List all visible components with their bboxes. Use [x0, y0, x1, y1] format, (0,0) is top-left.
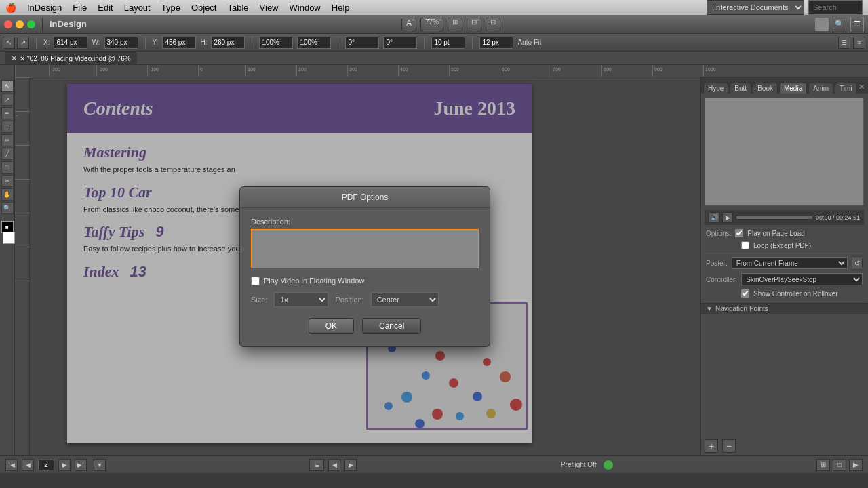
minimize-btn[interactable]: [16, 20, 24, 28]
pen-tool[interactable]: ✒: [1, 107, 14, 119]
add-nav-btn[interactable]: +: [705, 439, 718, 453]
pt2-input[interactable]: [479, 37, 513, 49]
position-select[interactable]: CenterTop LeftTop RightBottom LeftBottom…: [371, 292, 439, 307]
next-spread-btn[interactable]: ▶: [344, 459, 357, 471]
options-label: Options:: [706, 230, 731, 237]
h-input[interactable]: [211, 37, 245, 49]
controller-row: Controller: SkinOverPlaySeekStop: [701, 271, 868, 287]
pencil-tool[interactable]: ✏: [1, 134, 14, 146]
maximize-btn[interactable]: [27, 20, 35, 28]
tab-butt[interactable]: Butt: [730, 83, 751, 94]
doc-tab[interactable]: ✕ ✕ *02_06 Placing Video.indd @ 76%: [5, 52, 137, 64]
x-input[interactable]: [54, 37, 87, 49]
last-page-btn[interactable]: ▶|: [75, 459, 87, 471]
stroke-color[interactable]: [3, 232, 15, 244]
scissors-tool[interactable]: ✂: [1, 175, 14, 187]
page-options-btn[interactable]: ▼: [94, 459, 106, 471]
menu-view[interactable]: View: [260, 3, 279, 13]
w-input[interactable]: [104, 37, 138, 49]
apple-menu[interactable]: 🍎: [5, 3, 16, 13]
menu-object[interactable]: Object: [191, 3, 217, 13]
direct-select-tool[interactable]: ↗: [1, 94, 14, 106]
cancel-button[interactable]: Cancel: [362, 318, 421, 334]
tool-icons-row: ↖ ↗: [3, 37, 29, 49]
toolbar-btn-1[interactable]: A: [401, 18, 416, 31]
menu-layout[interactable]: Layout: [124, 3, 151, 13]
page-number-input[interactable]: [38, 460, 54, 470]
poster-select[interactable]: From Current Frame: [732, 257, 848, 269]
media-panel: 🔊 ▶ 00:00 / 00:24.51 Options: Play on Pa…: [701, 94, 868, 455]
menubar: 🍎 InDesign File Edit Layout Type Object …: [0, 0, 868, 15]
controller-select[interactable]: SkinOverPlaySeekStop: [741, 273, 863, 285]
pct2-input[interactable]: [297, 37, 331, 49]
prev-spread-btn[interactable]: ◀: [328, 459, 340, 471]
loop-checkbox[interactable]: [741, 241, 749, 249]
tab-anim[interactable]: Anim: [808, 83, 833, 94]
menu-type[interactable]: Type: [161, 3, 180, 13]
play-btn[interactable]: ▶: [722, 212, 733, 223]
menu-window[interactable]: Window: [290, 3, 321, 13]
menu-table[interactable]: Table: [227, 3, 248, 13]
controller-label: Controller:: [706, 276, 737, 283]
zoom-level[interactable]: 77%: [420, 18, 443, 31]
menu-file[interactable]: File: [73, 3, 87, 13]
nav-points-section[interactable]: ▼ Navigation Points: [701, 303, 868, 314]
close-btn[interactable]: [4, 20, 12, 28]
show-controller-checkbox[interactable]: [741, 289, 749, 298]
grid-view-btn[interactable]: ⊞: [816, 459, 830, 471]
pages-list-btn[interactable]: ≡: [309, 459, 324, 471]
toolbar-btn-2[interactable]: ⊞: [448, 18, 462, 31]
ruler-v-mark: [15, 281, 30, 281]
preflight-label: Preflight Off: [561, 461, 597, 468]
pct1-input[interactable]: [259, 37, 293, 49]
toolbar-btn-3[interactable]: ⊡: [467, 18, 481, 31]
tab-media[interactable]: Media: [779, 83, 807, 94]
selection-tool[interactable]: ↖: [1, 80, 14, 92]
volume-btn[interactable]: 🔊: [709, 212, 719, 223]
panel-icon-1[interactable]: ☰: [838, 37, 850, 49]
panel-close-btn[interactable]: ✕: [859, 80, 865, 94]
menu-help[interactable]: Help: [332, 3, 350, 13]
pt-input[interactable]: [431, 37, 465, 49]
panel-icon-2[interactable]: ≡: [853, 37, 865, 49]
first-page-btn[interactable]: |◀: [5, 459, 18, 471]
rot1-input[interactable]: [345, 37, 379, 49]
menu-indesign[interactable]: InDesign: [27, 3, 62, 13]
ruler-mark: 600: [500, 65, 510, 77]
workspace-selector[interactable]: Interactive Documents: [707, 0, 804, 15]
hand-tool[interactable]: ✋: [1, 188, 14, 201]
size-select[interactable]: 1x2x0.5x: [274, 292, 328, 307]
selection-icon[interactable]: ↖: [3, 37, 15, 49]
search-icon[interactable]: 🔍: [833, 18, 846, 31]
search-input[interactable]: [808, 0, 863, 15]
remove-nav-btn[interactable]: −: [722, 439, 736, 453]
right-panel: Hype Butt Book Media Anim Timi ✕ 🔊 ▶ 00:…: [700, 77, 868, 455]
normal-view-btn[interactable]: □: [833, 459, 846, 471]
tab-close-icon[interactable]: ✕: [12, 55, 17, 62]
menu-icon[interactable]: ☰: [850, 18, 864, 31]
rect-tool[interactable]: □: [1, 161, 14, 174]
ruler-v-mark: [15, 179, 30, 180]
y-input[interactable]: [162, 37, 196, 49]
floating-window-checkbox[interactable]: [251, 277, 260, 285]
description-textarea[interactable]: [251, 229, 479, 268]
preview-btn[interactable]: ▶: [849, 459, 863, 471]
tab-timi[interactable]: Timi: [835, 83, 857, 94]
toolbar-btn-4[interactable]: ⊟: [486, 18, 500, 31]
menu-edit[interactable]: Edit: [98, 3, 113, 13]
type-tool[interactable]: T: [1, 121, 14, 133]
zoom-tool[interactable]: 🔍: [1, 202, 14, 214]
tab-hype[interactable]: Hype: [703, 83, 728, 94]
ok-button[interactable]: OK: [309, 318, 354, 334]
play-on-load-checkbox[interactable]: [735, 229, 743, 237]
tab-book[interactable]: Book: [753, 83, 778, 94]
direct-select-icon[interactable]: ↗: [17, 37, 29, 49]
prev-page-btn[interactable]: ◀: [22, 459, 34, 471]
canvas-area[interactable]: Contents June 2013 Mastering With the pr…: [30, 77, 700, 455]
ruler-mark: 900: [652, 65, 663, 77]
line-tool[interactable]: ╱: [1, 148, 14, 160]
poster-refresh-btn[interactable]: ↺: [852, 258, 863, 268]
next-page-btn[interactable]: ▶: [58, 459, 71, 471]
rot2-input[interactable]: [383, 37, 417, 49]
media-timeline[interactable]: [736, 216, 813, 220]
